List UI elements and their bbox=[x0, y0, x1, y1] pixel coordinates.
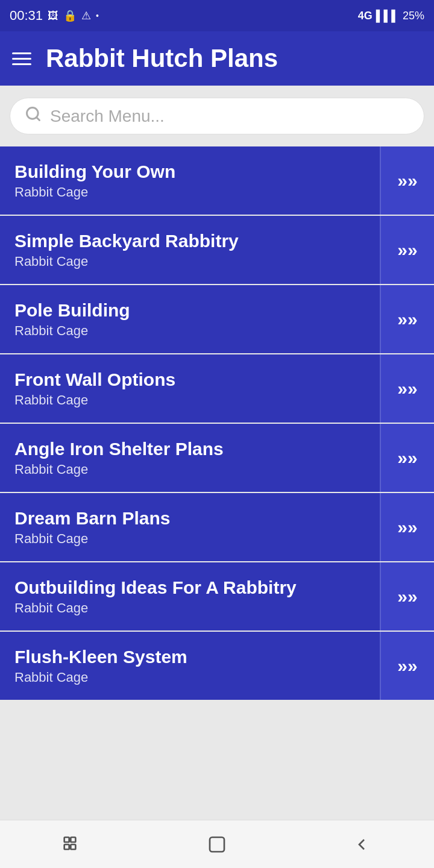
menu-list: Building Your Own Rabbit Cage »» Simple … bbox=[0, 146, 434, 820]
menu-item-title-dream-barn-plans: Dream Barn Plans bbox=[14, 508, 365, 529]
status-icons: 4G ▌▌▌ 25% bbox=[358, 10, 424, 22]
menu-item-simple-backyard-rabbitry[interactable]: Simple Backyard Rabbitry Rabbit Cage »» bbox=[0, 216, 434, 285]
menu-item-title-simple-backyard-rabbitry: Simple Backyard Rabbitry bbox=[14, 231, 365, 251]
app-bar: Rabbit Hutch Plans bbox=[0, 31, 434, 86]
search-container bbox=[0, 86, 434, 146]
menu-item-angle-iron-shelter-plans[interactable]: Angle Iron Shelter Plans Rabbit Cage »» bbox=[0, 424, 434, 493]
menu-item-pole-building[interactable]: Pole Building Rabbit Cage »» bbox=[0, 285, 434, 354]
menu-item-arrow-angle-iron-shelter-plans[interactable]: »» bbox=[380, 424, 434, 492]
recent-apps-button[interactable] bbox=[54, 826, 90, 863]
menu-item-subtitle-pole-building: Rabbit Cage bbox=[14, 323, 365, 339]
signal-bars-icon: ▌▌▌ bbox=[376, 10, 399, 22]
svg-rect-6 bbox=[210, 837, 224, 852]
menu-item-content-front-wall-options: Front Wall Options Rabbit Cage bbox=[0, 354, 380, 423]
menu-item-title-building-your-own: Building Your Own bbox=[14, 162, 365, 182]
warning-icon: ⚠ bbox=[81, 9, 91, 22]
menu-item-title-pole-building: Pole Building bbox=[14, 300, 365, 321]
network-icon: 4G bbox=[358, 10, 373, 22]
app-title: Rabbit Hutch Plans bbox=[46, 44, 278, 73]
dot-icon: • bbox=[96, 11, 99, 20]
photo-icon: 🖼 bbox=[48, 10, 58, 22]
status-time-area: 00:31 🖼 🔒 ⚠ • bbox=[10, 8, 99, 24]
menu-item-front-wall-options[interactable]: Front Wall Options Rabbit Cage »» bbox=[0, 354, 434, 424]
bottom-nav bbox=[0, 820, 434, 868]
menu-item-title-front-wall-options: Front Wall Options bbox=[14, 370, 365, 390]
status-bar: 00:31 🖼 🔒 ⚠ • 4G ▌▌▌ 25% bbox=[0, 0, 434, 31]
menu-item-subtitle-dream-barn-plans: Rabbit Cage bbox=[14, 531, 365, 547]
menu-item-outbuilding-ideas[interactable]: Outbuilding Ideas For A Rabbitry Rabbit … bbox=[0, 562, 434, 632]
menu-item-content-flush-kleen-system: Flush-Kleen System Rabbit Cage bbox=[0, 632, 380, 700]
menu-item-content-angle-iron-shelter-plans: Angle Iron Shelter Plans Rabbit Cage bbox=[0, 424, 380, 492]
menu-item-title-outbuilding-ideas: Outbuilding Ideas For A Rabbitry bbox=[14, 577, 365, 598]
menu-item-title-angle-iron-shelter-plans: Angle Iron Shelter Plans bbox=[14, 439, 365, 459]
menu-item-subtitle-simple-backyard-rabbitry: Rabbit Cage bbox=[14, 254, 365, 269]
menu-item-building-your-own[interactable]: Building Your Own Rabbit Cage »» bbox=[0, 146, 434, 216]
battery-icon: 25% bbox=[403, 10, 424, 22]
search-input[interactable] bbox=[50, 107, 409, 126]
menu-item-subtitle-angle-iron-shelter-plans: Rabbit Cage bbox=[14, 462, 365, 477]
menu-item-arrow-dream-barn-plans[interactable]: »» bbox=[380, 493, 434, 561]
menu-item-subtitle-front-wall-options: Rabbit Cage bbox=[14, 392, 365, 408]
search-bar bbox=[10, 98, 424, 134]
svg-line-1 bbox=[36, 117, 39, 120]
menu-item-arrow-front-wall-options[interactable]: »» bbox=[380, 354, 434, 423]
menu-item-content-dream-barn-plans: Dream Barn Plans Rabbit Cage bbox=[0, 493, 380, 561]
svg-rect-5 bbox=[71, 844, 75, 849]
menu-item-flush-kleen-system[interactable]: Flush-Kleen System Rabbit Cage »» bbox=[0, 632, 434, 701]
menu-item-subtitle-outbuilding-ideas: Rabbit Cage bbox=[14, 600, 365, 616]
back-button[interactable] bbox=[344, 826, 380, 863]
lock-icon: 🔒 bbox=[63, 9, 77, 22]
menu-item-arrow-flush-kleen-system[interactable]: »» bbox=[380, 632, 434, 700]
svg-rect-2 bbox=[64, 837, 69, 842]
svg-rect-3 bbox=[71, 837, 75, 842]
menu-item-content-simple-backyard-rabbitry: Simple Backyard Rabbitry Rabbit Cage bbox=[0, 216, 380, 284]
menu-item-title-flush-kleen-system: Flush-Kleen System bbox=[14, 647, 365, 667]
menu-item-arrow-pole-building[interactable]: »» bbox=[380, 285, 434, 353]
menu-item-dream-barn-plans[interactable]: Dream Barn Plans Rabbit Cage »» bbox=[0, 493, 434, 562]
menu-item-content-outbuilding-ideas: Outbuilding Ideas For A Rabbitry Rabbit … bbox=[0, 562, 380, 631]
menu-item-content-building-your-own: Building Your Own Rabbit Cage bbox=[0, 146, 380, 215]
menu-item-arrow-building-your-own[interactable]: »» bbox=[380, 146, 434, 215]
menu-item-subtitle-building-your-own: Rabbit Cage bbox=[14, 184, 365, 200]
search-icon bbox=[25, 105, 42, 127]
menu-item-subtitle-flush-kleen-system: Rabbit Cage bbox=[14, 670, 365, 685]
menu-item-content-pole-building: Pole Building Rabbit Cage bbox=[0, 285, 380, 353]
menu-item-arrow-outbuilding-ideas[interactable]: »» bbox=[380, 562, 434, 631]
svg-rect-4 bbox=[64, 844, 69, 849]
menu-item-arrow-simple-backyard-rabbitry[interactable]: »» bbox=[380, 216, 434, 284]
menu-button[interactable] bbox=[12, 52, 31, 65]
status-time: 00:31 bbox=[10, 8, 43, 24]
home-button[interactable] bbox=[199, 826, 235, 863]
